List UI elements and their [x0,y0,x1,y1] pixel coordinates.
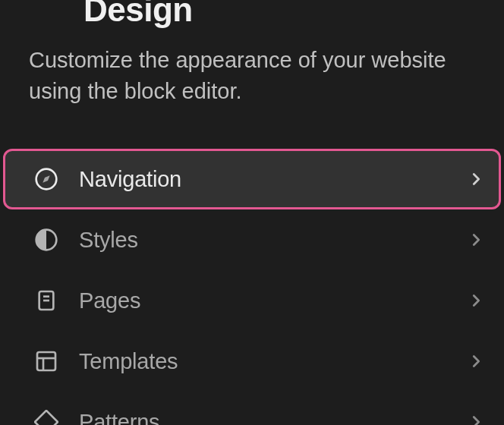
menu-item-label: Styles [79,228,468,253]
chevron-right-icon [468,231,484,248]
menu-item-label: Templates [79,349,468,374]
layout-icon [33,348,59,374]
menu-item-label: Pages [79,288,468,313]
compass-icon [33,166,59,192]
chevron-right-icon [468,414,484,425]
page-icon [33,288,59,313]
menu-item-label: Navigation [79,167,468,192]
svg-marker-1 [43,175,49,182]
menu-item-templates[interactable]: Templates [3,331,501,392]
chevron-right-icon [468,171,484,187]
menu-item-styles[interactable]: Styles [3,209,501,270]
half-circle-icon [33,227,59,253]
svg-rect-6 [37,352,55,370]
chevron-right-icon [468,292,484,309]
diamond-icon [33,409,59,425]
menu-item-navigation[interactable]: Navigation [3,149,501,209]
menu-item-patterns[interactable]: Patterns [3,392,501,425]
menu-item-pages[interactable]: Pages [3,270,501,331]
page-subtitle: Customize the appearance of your website… [29,45,474,106]
chevron-right-icon [468,353,484,370]
page-title: Design [83,0,193,29]
design-menu: Navigation Styles [3,149,501,425]
menu-item-label: Patterns [79,410,468,426]
svg-rect-9 [35,411,58,425]
